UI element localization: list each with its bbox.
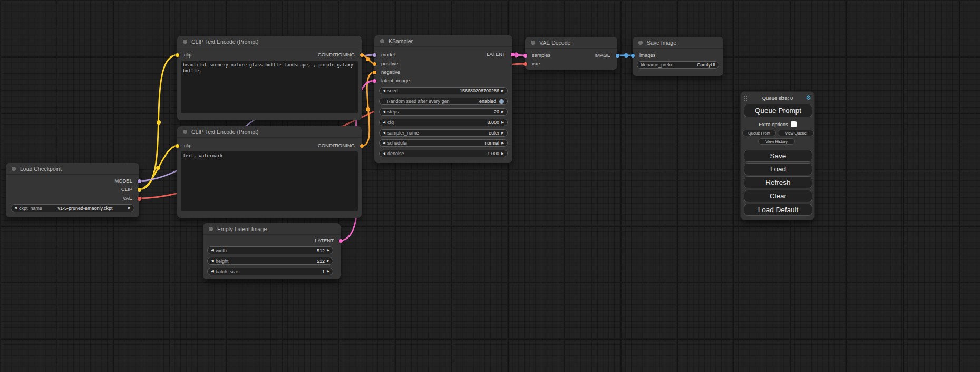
slot-dot-latent[interactable] xyxy=(339,239,343,243)
input-slot-negative[interactable]: negative xyxy=(374,69,400,75)
slot-dot-model[interactable] xyxy=(138,179,141,183)
output-slot-clip[interactable]: CLIP xyxy=(121,186,139,193)
denoise-widget[interactable]: ◀ denoise 1.000 ▶ xyxy=(379,150,508,157)
collapse-dot-icon[interactable] xyxy=(380,39,384,43)
input-slot-clip[interactable]: clip xyxy=(177,142,191,149)
output-slot-vae[interactable]: VAE xyxy=(123,195,139,202)
widget-value: 8.000 xyxy=(487,120,499,125)
output-slot-conditioning[interactable]: CONDITIONING xyxy=(318,142,362,149)
slot-dot-clip[interactable] xyxy=(176,53,179,57)
next-arrow-icon[interactable]: ▶ xyxy=(501,131,504,135)
node-vae-decode[interactable]: VAE Decode samples vae IMAGE xyxy=(525,37,617,70)
next-arrow-icon[interactable]: ▶ xyxy=(501,152,504,156)
slot-dot-vae[interactable] xyxy=(523,62,527,66)
ckpt-name-widget[interactable]: ◀ ckpt_name v1-5-pruned-emaonly.ckpt ▶ xyxy=(11,204,134,212)
prev-arrow-icon[interactable]: ◀ xyxy=(211,259,214,263)
input-slot-clip[interactable]: clip xyxy=(177,52,191,58)
steps-widget[interactable]: ◀ steps 20 ▶ xyxy=(379,108,508,116)
slot-dot-image[interactable] xyxy=(631,54,635,58)
queue-front-button[interactable]: Queue Front xyxy=(742,130,776,136)
queue-menu-panel[interactable]: Queue size: 0 ⚙ Queue Prompt Extra optio… xyxy=(740,91,815,220)
refresh-button[interactable]: Refresh xyxy=(744,176,812,188)
width-widget[interactable]: ◀ width 512 ▶ xyxy=(207,246,333,254)
load-button[interactable]: Load xyxy=(744,163,812,175)
view-history-button[interactable]: View History xyxy=(758,138,795,145)
input-slot-images[interactable]: images xyxy=(633,52,656,59)
node-clip-text-encode-positive[interactable]: CLIP Text Encode (Prompt) clip CONDITION… xyxy=(177,36,362,120)
random-seed-toggle-widget[interactable]: Random seed after every gen enabled xyxy=(379,98,508,105)
toggle-knob-icon[interactable] xyxy=(499,99,504,104)
load-default-button[interactable]: Load Default xyxy=(744,204,812,216)
slot-dot-conditioning[interactable] xyxy=(373,62,376,66)
node-empty-latent-image[interactable]: Empty Latent Image LATENT ◀ width 512 ▶ … xyxy=(203,223,341,279)
next-arrow-icon[interactable]: ▶ xyxy=(327,249,329,252)
slot-dot-conditioning[interactable] xyxy=(360,144,364,148)
slot-dot-conditioning[interactable] xyxy=(373,71,376,74)
slot-dot-latent[interactable] xyxy=(373,79,376,83)
next-arrow-icon[interactable]: ▶ xyxy=(128,206,131,210)
view-queue-button[interactable]: View Queue xyxy=(778,130,814,136)
sampler-name-widget[interactable]: ◀ sampler_name euler ▶ xyxy=(379,129,508,137)
prev-arrow-icon[interactable]: ◀ xyxy=(383,110,385,114)
next-arrow-icon[interactable]: ▶ xyxy=(501,89,504,93)
input-slot-model[interactable]: model xyxy=(374,52,395,58)
node-graph-canvas[interactable]: Load Checkpoint MODEL CLIP VAE ◀ ckpt_na… xyxy=(0,0,980,372)
input-slot-vae[interactable]: vae xyxy=(525,61,540,67)
prev-arrow-icon[interactable]: ◀ xyxy=(383,121,385,125)
output-slot-latent[interactable]: LATENT xyxy=(487,51,512,58)
slot-dot-model[interactable] xyxy=(373,53,376,57)
seed-widget[interactable]: ◀ seed 156680208700286 ▶ xyxy=(379,87,508,94)
prompt-textarea[interactable]: beautiful scenery nature glass bottle la… xyxy=(181,61,358,113)
output-slot-conditioning[interactable]: CONDITIONING xyxy=(318,52,362,58)
slot-dot-clip[interactable] xyxy=(176,144,179,148)
prev-arrow-icon[interactable]: ◀ xyxy=(383,89,385,93)
height-widget[interactable]: ◀ height 512 ▶ xyxy=(207,257,333,265)
slot-dot-conditioning[interactable] xyxy=(360,53,364,57)
input-slot-samples[interactable]: samples xyxy=(525,52,550,59)
node-title-bar: CLIP Text Encode (Prompt) xyxy=(177,36,362,47)
input-slot-positive[interactable]: positive xyxy=(374,61,398,67)
scheduler-widget[interactable]: ◀ scheduler normal ▶ xyxy=(379,139,508,147)
prev-arrow-icon[interactable]: ◀ xyxy=(211,270,214,273)
collapse-dot-icon[interactable] xyxy=(12,167,16,171)
collapse-dot-icon[interactable] xyxy=(209,227,213,231)
prev-arrow-icon[interactable]: ◀ xyxy=(211,249,214,252)
clear-button[interactable]: Clear xyxy=(744,190,812,202)
slot-dot-latent[interactable] xyxy=(511,53,515,56)
batch-size-widget[interactable]: ◀ batch_size 1 ▶ xyxy=(207,268,333,275)
slot-dot-latent[interactable] xyxy=(523,54,527,58)
prev-arrow-icon[interactable]: ◀ xyxy=(383,152,385,156)
node-ksampler[interactable]: KSampler model positive negative latent_… xyxy=(374,35,512,163)
collapse-dot-icon[interactable] xyxy=(531,41,535,45)
node-clip-text-encode-negative[interactable]: CLIP Text Encode (Prompt) clip CONDITION… xyxy=(177,126,362,218)
next-arrow-icon[interactable]: ▶ xyxy=(501,121,504,125)
prev-arrow-icon[interactable]: ◀ xyxy=(383,131,385,135)
widget-label: cfg xyxy=(387,120,394,125)
extra-options-checkbox[interactable] xyxy=(791,121,797,127)
next-arrow-icon[interactable]: ▶ xyxy=(327,259,329,263)
prev-arrow-icon[interactable]: ◀ xyxy=(383,141,385,145)
slot-dot-vae[interactable] xyxy=(138,197,141,201)
slot-dot-clip[interactable] xyxy=(138,188,141,192)
output-slot-image[interactable]: IMAGE xyxy=(594,52,617,59)
cfg-widget[interactable]: ◀ cfg 8.000 ▶ xyxy=(379,119,508,126)
collapse-dot-icon[interactable] xyxy=(638,41,643,45)
slot-label: IMAGE xyxy=(594,52,610,58)
collapse-dot-icon[interactable] xyxy=(183,130,187,134)
prev-arrow-icon[interactable]: ◀ xyxy=(14,206,17,210)
collapse-dot-icon[interactable] xyxy=(183,40,187,44)
save-button[interactable]: Save xyxy=(744,150,812,162)
filename-prefix-widget[interactable]: filename_prefix ComfyUI xyxy=(637,61,719,69)
slot-dot-image[interactable] xyxy=(616,54,619,58)
node-load-checkpoint[interactable]: Load Checkpoint MODEL CLIP VAE ◀ ckpt_na… xyxy=(6,163,139,217)
input-slot-latent-image[interactable]: latent_image xyxy=(374,78,410,84)
node-save-image[interactable]: Save Image images filename_prefix ComfyU… xyxy=(633,37,723,76)
next-arrow-icon[interactable]: ▶ xyxy=(501,141,504,145)
output-slot-model[interactable]: MODEL xyxy=(114,178,139,184)
queue-prompt-button[interactable]: Queue Prompt xyxy=(744,104,812,117)
next-arrow-icon[interactable]: ▶ xyxy=(327,270,329,273)
prompt-textarea[interactable]: text, watermark xyxy=(181,151,358,211)
gear-icon[interactable]: ⚙ xyxy=(806,94,811,101)
output-slot-latent[interactable]: LATENT xyxy=(315,237,341,244)
next-arrow-icon[interactable]: ▶ xyxy=(501,110,504,114)
